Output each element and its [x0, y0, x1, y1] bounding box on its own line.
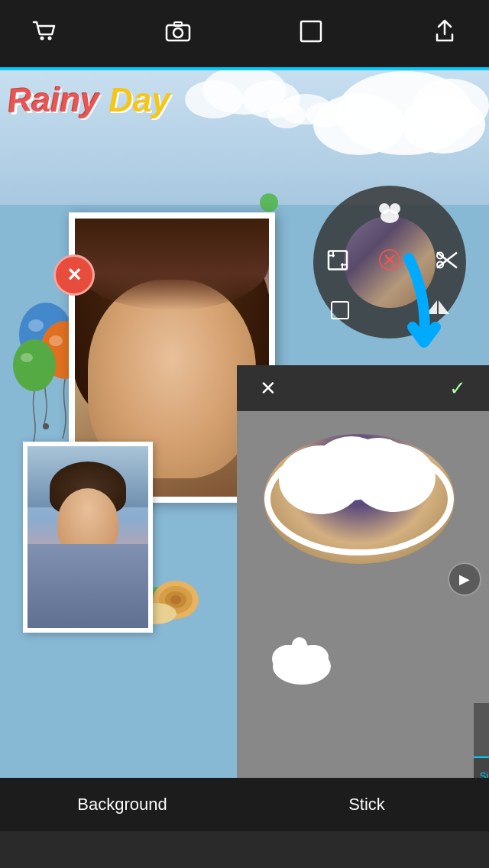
svg-rect-5 [301, 21, 321, 41]
cart-icon[interactable] [31, 18, 58, 50]
panel-top-bar: ✕ ✓ [237, 365, 489, 411]
svg-point-19 [49, 335, 63, 346]
svg-point-1 [48, 36, 52, 40]
svg-point-81 [289, 647, 310, 669]
rainy-day-title: Rainy Day [8, 81, 170, 119]
top-toolbar [0, 0, 489, 67]
svg-point-20 [13, 339, 56, 391]
svg-point-21 [21, 353, 33, 362]
small-flower-sticker[interactable] [279, 637, 321, 682]
right-panel: ✕ ✓ [237, 365, 489, 778]
green-dot-1 [260, 193, 278, 212]
svg-rect-4 [174, 22, 182, 26]
svg-point-14 [267, 102, 306, 128]
resize-icon[interactable] [330, 300, 350, 325]
crop-icon[interactable] [297, 18, 325, 50]
bottom-label-row: Background Stick [0, 778, 489, 831]
bottom-tabs: Background Stick [0, 778, 489, 868]
svg-rect-37 [329, 251, 347, 270]
svg-point-69 [298, 445, 359, 499]
mickey-icon[interactable] [378, 202, 401, 229]
background-label[interactable]: Background [0, 795, 244, 815]
camera-icon[interactable] [164, 18, 192, 50]
sticker-icon-row: ♡ [474, 703, 489, 756]
blue-arrow [367, 251, 451, 376]
svg-point-3 [173, 28, 183, 37]
cloud-decoration [153, 67, 489, 193]
accent-border [0, 67, 489, 70]
canvas-area: Rainy Day ✕ [0, 67, 489, 778]
svg-point-15 [306, 102, 344, 127]
svg-point-11 [185, 80, 243, 118]
svg-point-36 [381, 209, 399, 223]
remove-button[interactable]: ✕ [53, 254, 95, 296]
cloud-sticker[interactable] [252, 423, 466, 591]
panel-confirm-button[interactable]: ✓ [449, 377, 466, 400]
small-portrait-content [28, 446, 148, 628]
svg-rect-49 [332, 302, 348, 319]
sticker-heart[interactable]: ♡ [480, 711, 489, 749]
category-tabs: Simple Paper Cute Flower Glitter Neon [474, 756, 489, 778]
panel-close-button[interactable]: ✕ [260, 377, 277, 400]
svg-point-22 [43, 423, 49, 429]
tab-simple[interactable]: Simple [474, 756, 489, 778]
sticker-label[interactable]: Stick [244, 795, 489, 815]
svg-point-17 [28, 319, 44, 332]
crop-frame-icon[interactable] [327, 250, 348, 275]
share-icon[interactable] [431, 18, 458, 50]
play-button[interactable]: ▶ [448, 562, 481, 596]
svg-point-0 [40, 36, 44, 40]
small-portrait-frame [23, 442, 153, 633]
svg-point-9 [413, 79, 489, 132]
